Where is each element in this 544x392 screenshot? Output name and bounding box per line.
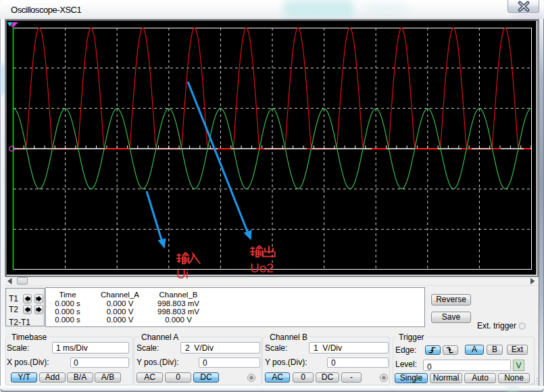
svg-text:Uo2: Uo2 (250, 261, 274, 275)
svg-text:Ui: Ui (176, 267, 189, 281)
